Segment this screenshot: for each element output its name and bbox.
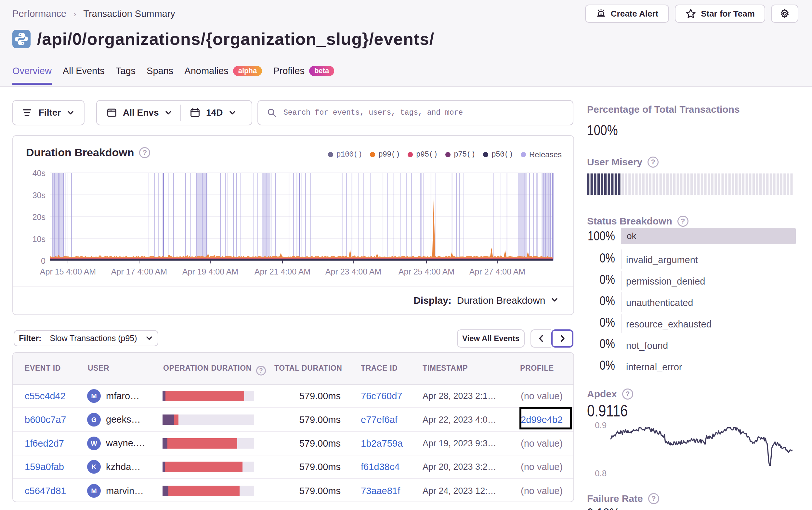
svg-text:40s: 40s <box>32 169 46 178</box>
svg-text:0: 0 <box>41 256 46 265</box>
svg-text:Apr 19 4:00 AM: Apr 19 4:00 AM <box>182 267 238 276</box>
svg-text:Apr 25 4:00 AM: Apr 25 4:00 AM <box>399 267 455 276</box>
svg-text:Apr 15 4:00 AM: Apr 15 4:00 AM <box>40 267 96 276</box>
svg-text:Apr 17 4:00 AM: Apr 17 4:00 AM <box>111 267 167 276</box>
svg-text:10s: 10s <box>32 235 46 244</box>
svg-text:20s: 20s <box>32 212 46 221</box>
svg-text:30s: 30s <box>32 191 46 200</box>
svg-text:Apr 23 4:00 AM: Apr 23 4:00 AM <box>325 267 381 276</box>
svg-text:Apr 27 4:00 AM: Apr 27 4:00 AM <box>469 267 525 276</box>
svg-text:Apr 21 4:00 AM: Apr 21 4:00 AM <box>255 267 311 276</box>
